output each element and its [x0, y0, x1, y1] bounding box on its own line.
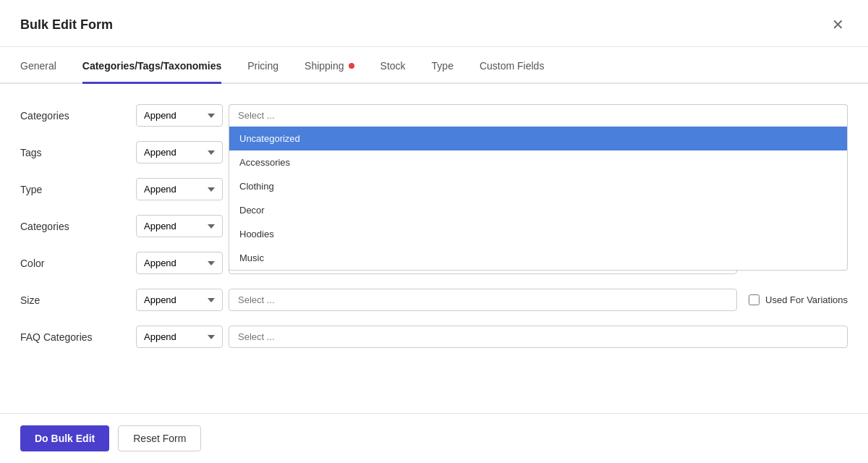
- size-input[interactable]: [229, 289, 737, 311]
- close-button[interactable]: ✕: [827, 14, 848, 35]
- action-dropdown-categories-2[interactable]: Append Replace Remove: [136, 215, 223, 237]
- dropdown-item-clothing[interactable]: Clothing: [229, 174, 847, 198]
- label-color: Color: [20, 252, 136, 269]
- form-body: Categories Append Replace Remove Uncateg…: [0, 84, 868, 420]
- tab-custom-fields-label: Custom Fields: [480, 60, 544, 72]
- action-select-color[interactable]: Append Replace Remove: [136, 252, 223, 274]
- tab-pricing-label: Pricing: [247, 60, 278, 72]
- label-size: Size: [20, 289, 136, 306]
- shipping-dot: [349, 63, 354, 69]
- action-dropdown-categories-1[interactable]: Append Replace Remove: [136, 104, 223, 127]
- label-categories-1: Categories: [20, 104, 136, 122]
- categories-1-input[interactable]: [229, 104, 848, 127]
- tab-stock-label: Stock: [380, 60, 406, 72]
- tab-pricing[interactable]: Pricing: [247, 47, 278, 84]
- tab-bar: General Categories/Tags/Taxonomies Prici…: [0, 47, 868, 84]
- action-select-size[interactable]: Append Replace Remove: [136, 289, 223, 311]
- action-dropdown-tags[interactable]: Append Replace Remove: [136, 141, 223, 163]
- action-select-faq[interactable]: Append Replace Remove: [136, 326, 223, 348]
- label-categories-2: Categories: [20, 215, 136, 232]
- dropdown-item-accessories[interactable]: Accessories: [229, 150, 847, 174]
- row-size: Size Append Replace Remove Used For Vari…: [20, 289, 848, 311]
- tab-shipping[interactable]: Shipping: [305, 47, 354, 84]
- modal-header: Bulk Edit Form ✕: [0, 0, 868, 47]
- tab-general-label: General: [20, 60, 56, 72]
- tab-custom-fields[interactable]: Custom Fields: [480, 47, 544, 84]
- modal-footer: Do Bulk Edit Reset Form: [0, 413, 868, 463]
- tab-general[interactable]: General: [20, 47, 56, 84]
- size-input-wrapper: [229, 289, 737, 311]
- action-select-tags[interactable]: Append Replace Remove: [136, 141, 223, 163]
- tab-shipping-label: Shipping: [305, 60, 344, 72]
- categories-1-input-wrapper: Uncategorized Accessories Clothing Decor…: [229, 104, 848, 127]
- tab-type[interactable]: Type: [432, 47, 454, 84]
- do-bulk-edit-button[interactable]: Do Bulk Edit: [20, 425, 109, 451]
- label-faq-categories: FAQ Categories: [20, 326, 136, 343]
- tab-stock[interactable]: Stock: [380, 47, 406, 84]
- size-variations-label: Used For Variations: [765, 294, 848, 305]
- action-dropdown-faq[interactable]: Append Replace Remove: [136, 326, 223, 348]
- tab-categories-label: Categories/Tags/Taxonomies: [82, 60, 221, 72]
- reset-form-button[interactable]: Reset Form: [118, 425, 201, 451]
- faq-input[interactable]: [229, 326, 848, 348]
- tab-type-label: Type: [432, 60, 454, 72]
- categories-dropdown: Uncategorized Accessories Clothing Decor…: [229, 127, 848, 271]
- action-dropdown-color[interactable]: Append Replace Remove: [136, 252, 223, 274]
- size-variations-checkbox[interactable]: [749, 294, 760, 305]
- tab-categories[interactable]: Categories/Tags/Taxonomies: [82, 47, 221, 84]
- dropdown-item-hoodies[interactable]: Hoodies: [229, 222, 847, 246]
- label-tags: Tags: [20, 141, 136, 158]
- dropdown-item-uncategorized[interactable]: Uncategorized: [229, 127, 847, 150]
- row-categories-1: Categories Append Replace Remove Uncateg…: [20, 104, 848, 127]
- action-select-type[interactable]: Append Replace Remove: [136, 178, 223, 200]
- bulk-edit-modal: Bulk Edit Form ✕ General Categories/Tags…: [0, 0, 868, 463]
- action-dropdown-size[interactable]: Append Replace Remove: [136, 289, 223, 311]
- size-used-for-variations[interactable]: Used For Variations: [749, 289, 848, 305]
- dropdown-item-decor[interactable]: Decor: [229, 198, 847, 222]
- action-select-categories-1[interactable]: Append Replace Remove: [136, 104, 223, 127]
- dropdown-item-music[interactable]: Music: [229, 246, 847, 270]
- action-dropdown-type[interactable]: Append Replace Remove: [136, 178, 223, 200]
- modal-title: Bulk Edit Form: [20, 17, 113, 33]
- faq-input-wrapper: [229, 326, 848, 348]
- action-select-categories-2[interactable]: Append Replace Remove: [136, 215, 223, 237]
- row-faq-categories: FAQ Categories Append Replace Remove: [20, 326, 848, 348]
- label-type: Type: [20, 178, 136, 195]
